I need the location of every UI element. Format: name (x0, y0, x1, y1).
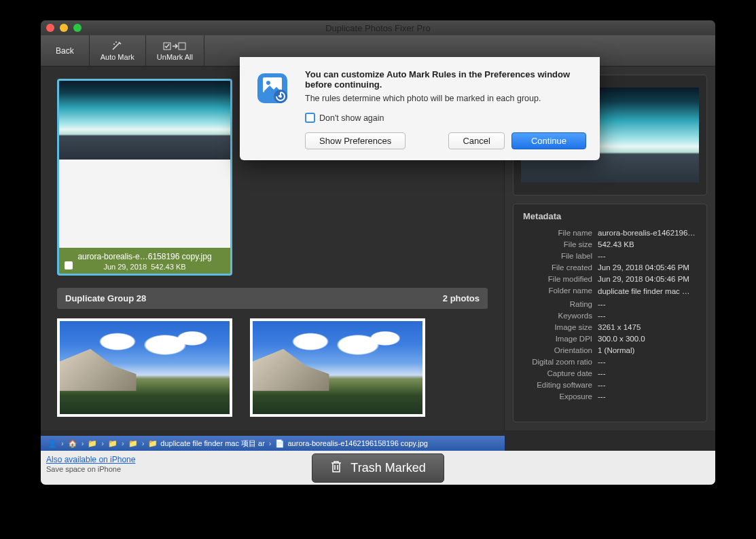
iphone-link[interactable]: Also available on iPhone (46, 455, 135, 464)
thumbnail-footer: aurora-borealis-e…6158196 copy.jpg Jun 2… (59, 248, 230, 274)
metadata-label: Exposure (523, 392, 598, 401)
metadata-value: duplicate file finder mac 项… (598, 286, 697, 297)
metadata-row: Exposure--- (523, 390, 697, 402)
path-file[interactable]: 📄aurora-borealis-e1462196158196 copy.jpg (272, 439, 431, 448)
metadata-value: 3261 x 1475 (598, 323, 697, 331)
metadata-value: 300.0 x 300.0 (598, 335, 697, 343)
back-button[interactable]: Back (41, 35, 90, 66)
auto-mark-label: Auto Mark (101, 53, 134, 61)
dont-show-row[interactable]: Don't show again (305, 113, 586, 123)
group-header[interactable]: Duplicate Group 28 2 photos (57, 288, 488, 309)
chevron-right-icon: › (141, 439, 146, 447)
trash-label: Trash Marked (350, 461, 425, 475)
path-folder[interactable]: 📁duplicate file finder mac 项目 ar (145, 439, 267, 449)
metadata-row: Image size3261 x 1475 (523, 321, 697, 333)
back-label: Back (56, 46, 74, 56)
unmark-all-label: UnMark All (157, 53, 193, 61)
dialog-subtitle: The rules determine which photo will be … (305, 94, 586, 103)
metadata-heading: Metadata (523, 211, 697, 221)
thumbnail-meta: Jun 29, 2018 542.43 KB (63, 263, 226, 271)
trash-icon (330, 460, 342, 477)
dont-show-label: Don't show again (319, 113, 384, 123)
selected-photo-card[interactable]: aurora-borealis-e…6158196 copy.jpg Jun 2… (57, 79, 232, 276)
metadata-row: Digital zoom ratio--- (523, 356, 697, 367)
folder-icon: 📁 (108, 439, 118, 448)
metadata-row: Capture date--- (523, 367, 697, 379)
chevron-right-icon: › (100, 439, 105, 447)
metadata-row: Image DPI300.0 x 300.0 (523, 333, 697, 344)
photo-thumbnail[interactable] (250, 318, 425, 417)
metadata-row: File createdJun 29, 2018 04:05:46 PM (523, 261, 697, 273)
svg-rect-3 (179, 43, 185, 50)
unmark-all-button[interactable]: UnMark All (146, 35, 204, 66)
maximize-icon[interactable] (73, 24, 82, 32)
metadata-value: --- (598, 381, 697, 389)
metadata-value: aurora-borealis-e14621961… (598, 229, 697, 237)
photo-thumbnail[interactable] (57, 318, 232, 417)
wand-icon (111, 41, 124, 52)
path-root[interactable]: 👤 (45, 439, 60, 448)
path-bar[interactable]: 👤 › 🏠 › 📁 › 📁 › 📁 › 📁duplicate file find… (41, 436, 505, 451)
metadata-row: File size542.43 KB (523, 238, 697, 250)
auto-mark-button[interactable]: Auto Mark (90, 35, 146, 66)
trash-marked-button[interactable]: Trash Marked (312, 453, 444, 483)
show-preferences-button[interactable]: Show Preferences (305, 132, 406, 149)
minimize-icon[interactable] (60, 24, 68, 32)
unmark-icon (163, 41, 186, 52)
metadata-value: 542.43 KB (598, 240, 697, 248)
chevron-right-icon: › (120, 439, 126, 447)
metadata-label: Orientation (523, 346, 598, 354)
metadata-value: --- (598, 312, 697, 320)
metadata-row: Editing software--- (523, 379, 697, 390)
metadata-value: Jun 29, 2018 04:05:46 PM (598, 263, 697, 272)
group-title: Duplicate Group 28 (65, 293, 146, 303)
metadata-label: File label (523, 252, 598, 260)
chevron-right-icon: › (268, 439, 273, 447)
svg-point-1 (115, 41, 117, 43)
path-segment[interactable]: 📁 (126, 439, 141, 448)
folder-icon: 📁 (148, 439, 158, 448)
chevron-right-icon: › (60, 439, 65, 447)
metadata-value: --- (598, 369, 697, 377)
photo-thumbnail (59, 81, 230, 160)
metadata-value: --- (598, 358, 697, 366)
home-icon: 🏠 (68, 439, 77, 448)
dont-show-checkbox[interactable] (305, 113, 315, 123)
metadata-value: --- (598, 252, 697, 260)
metadata-row: File label--- (523, 250, 697, 261)
metadata-value: 1 (Normal) (598, 346, 697, 354)
path-segment[interactable]: 📁 (105, 439, 120, 448)
metadata-row: Orientation1 (Normal) (523, 344, 697, 356)
metadata-label: File modified (523, 275, 598, 283)
path-home[interactable]: 🏠 (65, 439, 80, 448)
cancel-button[interactable]: Cancel (448, 132, 504, 149)
continue-button[interactable]: Continue (511, 132, 586, 149)
metadata-row: File nameaurora-borealis-e14621961… (523, 227, 697, 238)
folder-icon: 📁 (88, 439, 97, 448)
metadata-value: --- (598, 392, 697, 401)
metadata-label: Folder name (523, 286, 598, 297)
metadata-value: Jun 29, 2018 04:05:46 PM (598, 275, 697, 283)
metadata-label: File created (523, 263, 598, 272)
metadata-label: File size (523, 240, 598, 248)
thumbnail-filename: aurora-borealis-e…6158196 copy.jpg (63, 252, 226, 261)
metadata-panel: Metadata File nameaurora-borealis-e14621… (513, 204, 707, 422)
metadata-row: Rating--- (523, 298, 697, 310)
titlebar: Duplicate Photos Fixer Pro (41, 20, 715, 35)
metadata-label: Image DPI (523, 335, 598, 343)
window-title: Duplicate Photos Fixer Pro (41, 23, 715, 33)
metadata-value: --- (598, 300, 697, 308)
chevron-right-icon: › (80, 439, 86, 447)
app-icon (253, 69, 294, 110)
footer-promo: Also available on iPhone Save space on i… (46, 455, 135, 474)
app-window: Duplicate Photos Fixer Pro Back Auto Mar… (41, 20, 715, 485)
close-icon[interactable] (46, 24, 54, 32)
path-segment[interactable]: 📁 (85, 439, 100, 448)
group-row (57, 318, 488, 417)
user-icon: 👤 (48, 439, 57, 448)
metadata-label: Keywords (523, 312, 598, 320)
file-icon: 📄 (275, 439, 285, 448)
metadata-label: Editing software (523, 381, 598, 389)
folder-icon: 📁 (128, 439, 138, 448)
metadata-label: Image size (523, 323, 598, 331)
